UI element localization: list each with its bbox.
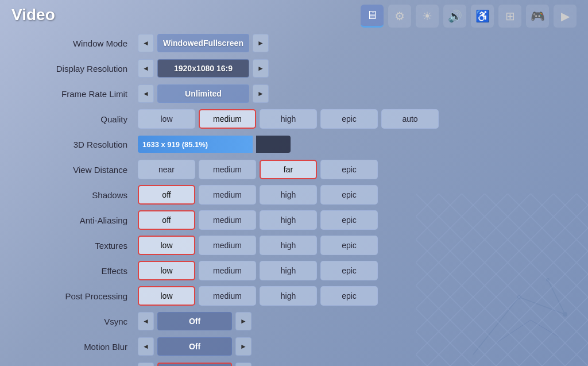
quality-row: Quality low medium high epic auto <box>34 107 565 130</box>
shadows-controls: off medium high epic <box>138 185 565 205</box>
show-fps-controls: ◄ On ► <box>138 363 565 366</box>
show-fps-left[interactable]: ◄ <box>138 363 154 366</box>
audio-icon[interactable]: 🔊 <box>443 5 466 28</box>
gamepad-icon[interactable]: 🎮 <box>526 5 549 28</box>
vsync-value: Off <box>157 312 232 330</box>
effects-high[interactable]: high <box>260 261 317 280</box>
play-icon[interactable]: ▶ <box>554 5 577 28</box>
post-processing-row: Post Processing low medium high epic <box>34 284 565 307</box>
quality-high[interactable]: high <box>260 109 317 129</box>
shadows-medium[interactable]: medium <box>199 185 256 205</box>
resolution-3d-label: 3D Resolution <box>34 140 138 149</box>
quality-label: Quality <box>34 114 138 124</box>
frame-rate-value: Unlimited <box>157 84 249 103</box>
window-mode-left[interactable]: ◄ <box>138 34 154 52</box>
quality-medium[interactable]: medium <box>199 109 256 129</box>
textures-medium[interactable]: medium <box>199 236 256 255</box>
window-mode-label: Window Mode <box>34 38 138 48</box>
accessibility-icon[interactable]: ♿ <box>471 5 494 28</box>
frame-rate-right[interactable]: ► <box>253 84 269 103</box>
effects-controls: low medium high epic <box>138 261 565 280</box>
settings-content: Window Mode ◄ WindowedFullscreen ► Displ… <box>34 32 565 360</box>
vsync-left[interactable]: ◄ <box>138 312 154 330</box>
shadows-label: Shadows <box>34 190 138 200</box>
frame-rate-label: Frame Rate Limit <box>34 89 138 99</box>
effects-low[interactable]: low <box>138 261 195 280</box>
res-bar-container: 1633 x 919 (85.1%) <box>138 136 291 153</box>
motion-blur-row: Motion Blur ◄ Off ► <box>34 335 565 358</box>
res-bar-filled: 1633 x 919 (85.1%) <box>138 136 253 153</box>
view-distance-epic[interactable]: epic <box>320 160 378 179</box>
show-fps-right[interactable]: ► <box>235 363 252 366</box>
motion-blur-label: Motion Blur <box>34 342 138 352</box>
res-bar-value: 1633 x 919 (85.1%) <box>142 140 208 149</box>
motion-blur-left[interactable]: ◄ <box>138 337 154 356</box>
quality-auto[interactable]: auto <box>381 109 439 129</box>
effects-medium[interactable]: medium <box>199 261 256 280</box>
anti-aliasing-high[interactable]: high <box>260 210 317 230</box>
view-distance-medium[interactable]: medium <box>199 160 256 179</box>
effects-label: Effects <box>34 266 138 276</box>
view-distance-label: View Distance <box>34 165 138 175</box>
top-nav: Video 🖥 ⚙ ☀ 🔊 ♿ ⊞ 🎮 ▶ <box>0 0 588 32</box>
textures-controls: low medium high epic <box>138 236 565 255</box>
textures-high[interactable]: high <box>260 236 317 255</box>
post-processing-medium[interactable]: medium <box>199 286 256 306</box>
motion-blur-value: Off <box>157 337 232 356</box>
nav-icons: 🖥 ⚙ ☀ 🔊 ♿ ⊞ 🎮 ▶ <box>361 5 577 28</box>
anti-aliasing-epic[interactable]: epic <box>320 210 378 230</box>
show-fps-row: Show FPS ◄ On ► <box>34 360 565 366</box>
post-processing-label: Post Processing <box>34 291 138 301</box>
shadows-off[interactable]: off <box>138 185 195 205</box>
monitor-icon[interactable]: 🖥 <box>361 5 384 28</box>
vsync-label: Vsync <box>34 317 138 326</box>
vsync-right[interactable]: ► <box>235 312 252 330</box>
window-mode-row: Window Mode ◄ WindowedFullscreen ► <box>34 32 565 55</box>
frame-rate-controls: ◄ Unlimited ► <box>138 84 565 103</box>
textures-row: Textures low medium high epic <box>34 234 565 257</box>
vsync-row: Vsync ◄ Off ► <box>34 310 565 333</box>
window-mode-value: WindowedFullscreen <box>157 34 249 52</box>
display-res-right[interactable]: ► <box>253 59 269 78</box>
post-processing-high[interactable]: high <box>260 286 317 306</box>
post-processing-controls: low medium high epic <box>138 286 565 306</box>
view-distance-far[interactable]: far <box>260 160 317 179</box>
motion-blur-right[interactable]: ► <box>235 337 252 356</box>
window-mode-controls: ◄ WindowedFullscreen ► <box>138 34 565 52</box>
brightness-icon[interactable]: ☀ <box>416 5 439 28</box>
anti-aliasing-label: Anti-Aliasing <box>34 215 138 225</box>
view-distance-controls: near medium far epic <box>138 160 565 179</box>
display-resolution-controls: ◄ 1920x1080 16:9 ► <box>138 59 565 78</box>
motion-blur-controls: ◄ Off ► <box>138 337 565 356</box>
textures-low[interactable]: low <box>138 236 195 255</box>
res-bar-empty <box>256 136 291 153</box>
effects-epic[interactable]: epic <box>320 261 378 280</box>
gear-icon[interactable]: ⚙ <box>388 5 411 28</box>
display-resolution-row: Display Resolution ◄ 1920x1080 16:9 ► <box>34 57 565 80</box>
display-res-left[interactable]: ◄ <box>138 59 154 78</box>
shadows-high[interactable]: high <box>260 185 317 205</box>
quality-low[interactable]: low <box>138 109 195 129</box>
frame-rate-left[interactable]: ◄ <box>138 84 154 103</box>
anti-aliasing-row: Anti-Aliasing off medium high epic <box>34 209 565 232</box>
quality-controls: low medium high epic auto <box>138 109 565 129</box>
shadows-row: Shadows off medium high epic <box>34 183 565 206</box>
anti-aliasing-controls: off medium high epic <box>138 210 565 230</box>
display-res-value: 1920x1080 16:9 <box>157 59 249 78</box>
anti-aliasing-off[interactable]: off <box>138 210 195 230</box>
show-fps-value: On <box>157 363 232 366</box>
layout-icon[interactable]: ⊞ <box>498 5 521 28</box>
shadows-epic[interactable]: epic <box>320 185 378 205</box>
post-processing-epic[interactable]: epic <box>320 286 378 306</box>
textures-label: Textures <box>34 241 138 251</box>
textures-epic[interactable]: epic <box>320 236 378 255</box>
window-mode-right[interactable]: ► <box>253 34 269 52</box>
quality-epic[interactable]: epic <box>320 109 378 129</box>
vsync-controls: ◄ Off ► <box>138 312 565 330</box>
view-distance-row: View Distance near medium far epic <box>34 158 565 181</box>
effects-row: Effects low medium high epic <box>34 259 565 282</box>
anti-aliasing-medium[interactable]: medium <box>199 210 256 230</box>
view-distance-near[interactable]: near <box>138 160 195 179</box>
page-title: Video <box>11 6 55 24</box>
post-processing-low[interactable]: low <box>138 286 195 306</box>
